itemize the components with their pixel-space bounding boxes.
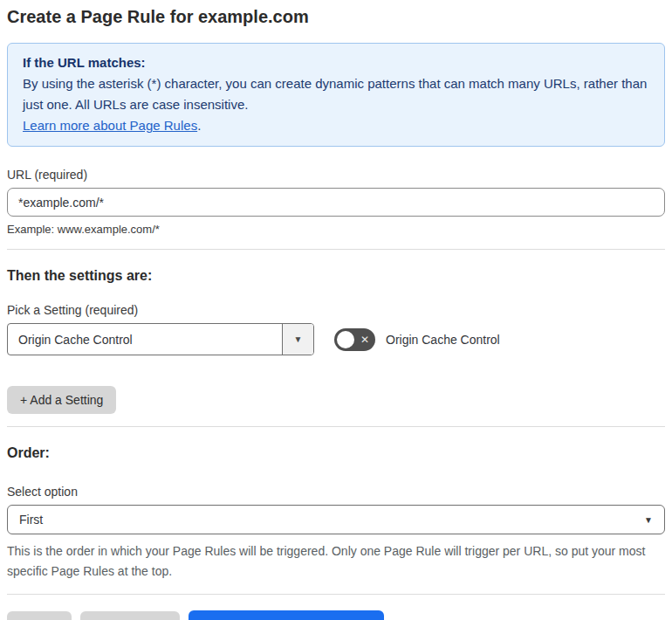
setting-dropdown-value: Origin Cache Control — [8, 324, 282, 355]
add-setting-button[interactable]: + Add a Setting — [7, 386, 116, 414]
pick-setting-label: Pick a Setting (required) — [7, 303, 665, 317]
url-match-info-box: If the URL matches: By using the asteris… — [7, 43, 665, 147]
url-input[interactable] — [7, 188, 665, 217]
cross-icon: ✕ — [360, 334, 369, 344]
info-box-link-line: Learn more about Page Rules. — [23, 115, 649, 136]
url-label: URL (required) — [7, 168, 665, 182]
order-select-value: First — [19, 513, 644, 527]
save-and-deploy-button[interactable]: Save and Deploy Page Rule — [189, 610, 384, 620]
order-section-heading: Order: — [7, 444, 665, 462]
divider — [7, 426, 665, 427]
order-select-label: Select option — [7, 485, 665, 499]
link-period: . — [197, 118, 201, 133]
setting-row: Origin Cache Control ▼ ✕ Origin Cache Co… — [7, 323, 665, 355]
info-box-heading: If the URL matches: — [23, 52, 649, 73]
order-select[interactable]: First ▼ — [7, 505, 665, 534]
caret-glyph: ▼ — [294, 334, 303, 344]
cancel-button[interactable]: Cancel — [7, 611, 72, 620]
order-help-text: This is the order in which your Page Rul… — [7, 541, 660, 582]
divider — [7, 249, 665, 250]
page-title: Create a Page Rule for example.com — [7, 5, 665, 28]
chevron-down-icon[interactable]: ▼ — [282, 324, 313, 355]
settings-section-heading: Then the settings are: — [7, 267, 665, 285]
divider — [7, 594, 665, 595]
url-example-hint: Example: www.example.com/* — [7, 223, 665, 237]
chevron-down-icon: ▼ — [644, 515, 653, 525]
setting-dropdown[interactable]: Origin Cache Control ▼ — [7, 323, 314, 355]
origin-cache-control-toggle[interactable]: ✕ — [334, 328, 375, 351]
footer-actions: Cancel Save as Draft Save and Deploy Pag… — [7, 610, 665, 620]
save-as-draft-button[interactable]: Save as Draft — [80, 611, 181, 620]
learn-more-link[interactable]: Learn more about Page Rules — [23, 118, 197, 133]
toggle-knob — [337, 331, 354, 348]
origin-cache-control-toggle-label: Origin Cache Control — [386, 333, 500, 347]
info-box-body: By using the asterisk (*) character, you… — [23, 73, 649, 115]
create-page-rule-form: Create a Page Rule for example.com If th… — [0, 0, 672, 620]
